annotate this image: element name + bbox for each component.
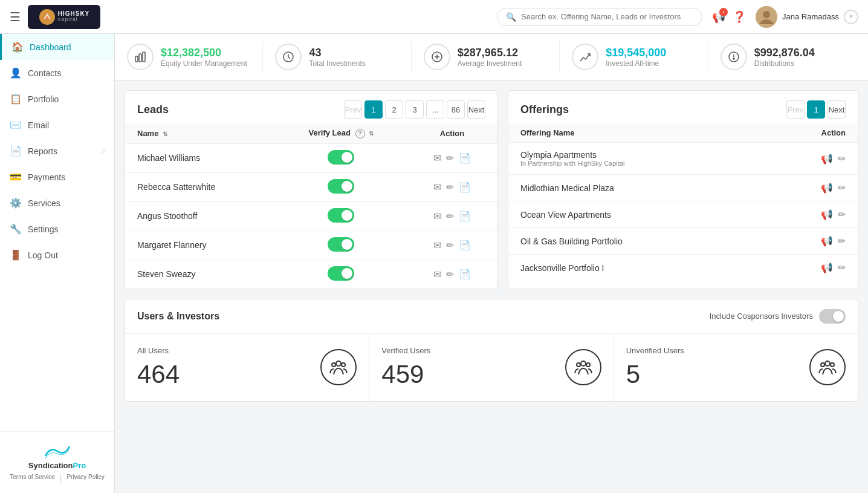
sidebar-label-reports: Reports [28, 146, 57, 156]
sidebar-label-email: Email [28, 120, 49, 130]
name-sort-icon[interactable]: ⇅ [163, 131, 167, 137]
stats-bar: $12,382,500 Equity Under Management 43 T… [115, 34, 868, 80]
logo[interactable]: HIGHSKY capital [28, 5, 100, 29]
sidebar-item-logout[interactable]: 🚪 Log Out [0, 242, 114, 268]
sidebar-item-contacts[interactable]: 👤 Contacts [0, 60, 114, 86]
edit-action-icon[interactable]: ✏ [446, 269, 454, 280]
stat-average-info: $287,965.12 Average Investment [458, 47, 522, 68]
offering-name-main: Olympia Apartments [520, 150, 749, 160]
offering-action: 📢 ✏ [761, 201, 858, 228]
user-status-icon: ▼ [844, 10, 858, 24]
user-area[interactable]: Jana Ramadass ▼ [756, 6, 858, 28]
services-icon: ⚙️ [10, 197, 22, 209]
edit-offering-icon[interactable]: ✏ [838, 209, 846, 220]
logo-area: HIGHSKY capital [28, 5, 100, 29]
leads-panel: Leads Prev 1 2 3 ... 86 Next [125, 90, 498, 289]
sidebar-label-settings: Settings [28, 224, 59, 234]
all-users-info: All Users 464 [137, 346, 180, 389]
edit-offering-icon[interactable]: ✏ [838, 235, 846, 247]
sidebar-item-payments[interactable]: 💳 Payments [0, 164, 114, 190]
lead-action: ✉ ✏ 📄 [407, 201, 497, 230]
leads-table-row: Michael Williams ✉ ✏ 📄 [125, 143, 497, 172]
offering-name: Oil & Gas Building Portfolio [508, 228, 761, 255]
unverified-users-card: Unverified Users 5 [614, 334, 858, 401]
offerings-page-1[interactable]: 1 [807, 100, 825, 119]
stat-average: $287,965.12 Average Investment [412, 41, 560, 73]
edit-action-icon[interactable]: ✏ [446, 211, 454, 222]
edit-offering-icon[interactable]: ✏ [838, 153, 846, 165]
edit-action-icon[interactable]: ✏ [446, 181, 454, 193]
help-icon[interactable]: ❓ [733, 10, 746, 24]
stat-equity-value: $12,382,500 [161, 47, 247, 59]
megaphone-action-icon[interactable]: 📢 [821, 235, 833, 247]
offerings-table-header: Offering Name Action [508, 123, 858, 143]
sidebar-item-services[interactable]: ⚙️ Services [0, 190, 114, 216]
megaphone-action-icon[interactable]: 📢 [821, 262, 833, 273]
sidebar-item-portfolio[interactable]: 📋 Portfolio [0, 86, 114, 112]
email-action-icon[interactable]: ✉ [433, 152, 441, 164]
edit-action-icon[interactable]: ✏ [446, 152, 454, 164]
svg-point-16 [825, 361, 830, 366]
edit-action-icon[interactable]: ✏ [446, 240, 454, 251]
megaphone-action-icon[interactable]: 📢 [821, 209, 833, 220]
stat-average-icon [424, 44, 450, 70]
email-action-icon[interactable]: ✉ [433, 181, 441, 193]
leads-page-86[interactable]: 86 [447, 100, 465, 119]
megaphone-action-icon[interactable]: 📢 [821, 182, 833, 194]
verify-toggle[interactable] [328, 179, 354, 194]
verified-users-info: Verified Users 459 [381, 346, 430, 389]
document-action-icon[interactable]: 📄 [459, 211, 471, 222]
megaphone-action-icon[interactable]: 📢 [821, 153, 833, 165]
sidebar-label-contacts: Contacts [28, 68, 61, 78]
verify-sort-icon[interactable]: ⇅ [369, 130, 374, 137]
leads-page-3[interactable]: 3 [406, 100, 424, 119]
syndication-text-block: Syndication Pro [28, 461, 86, 470]
offerings-title: Offerings [520, 103, 569, 116]
notification-icon[interactable]: 📢 • [712, 10, 725, 24]
offerings-prev-btn[interactable]: Prev [786, 100, 805, 119]
hamburger-menu[interactable]: ☰ [10, 10, 21, 24]
email-action-icon[interactable]: ✉ [433, 269, 441, 280]
verify-toggle[interactable] [328, 266, 354, 281]
cosponsors-toggle-switch[interactable] [819, 309, 846, 324]
search-input[interactable] [521, 12, 693, 21]
users-cards: All Users 464 [125, 334, 858, 401]
verify-toggle[interactable] [328, 208, 354, 223]
sidebar-item-email[interactable]: ✉️ Email [0, 112, 114, 138]
verify-toggle[interactable] [328, 237, 354, 252]
leads-table-row: Rebecca Satterwhite ✉ ✏ 📄 [125, 172, 497, 201]
leads-page-1[interactable]: 1 [364, 100, 383, 119]
document-action-icon[interactable]: 📄 [459, 269, 471, 280]
document-action-icon[interactable]: 📄 [459, 240, 471, 251]
verify-help-icon[interactable]: ? [355, 129, 365, 139]
verify-toggle[interactable] [328, 150, 354, 165]
terms-link[interactable]: Terms of Service [10, 474, 54, 483]
stat-distributions-value: $992,876.04 [754, 47, 815, 59]
email-action-icon[interactable]: ✉ [433, 240, 441, 251]
edit-offering-icon[interactable]: ✏ [838, 262, 846, 273]
sidebar-item-dashboard[interactable]: 🏠 Dashboard [0, 34, 114, 60]
edit-offering-icon[interactable]: ✏ [838, 182, 846, 194]
offerings-table-row: Jacksonville Portfolio I 📢 ✏ [508, 255, 858, 281]
leads-next-btn[interactable]: Next [467, 100, 485, 119]
syndication-icon [43, 442, 72, 461]
leads-prev-btn[interactable]: Prev [344, 100, 362, 119]
offering-name-main: Midlothian Medical Plaza [520, 183, 749, 193]
svg-point-13 [581, 361, 586, 366]
document-action-icon[interactable]: 📄 [459, 181, 471, 193]
offerings-next-btn[interactable]: Next [828, 100, 846, 119]
leads-page-2[interactable]: 2 [385, 100, 403, 119]
email-action-icon[interactable]: ✉ [433, 211, 441, 222]
sidebar-label-portfolio: Portfolio [28, 94, 59, 104]
offerings-header: Offerings Prev 1 Next [508, 91, 858, 123]
stat-investments: 43 Total Investments [263, 41, 411, 73]
document-action-icon[interactable]: 📄 [459, 152, 471, 164]
svg-point-11 [332, 363, 335, 367]
search-box[interactable]: 🔍 [497, 8, 702, 26]
offerings-table: Offering Name Action Olympia Apartments … [508, 123, 858, 281]
verified-users-label: Verified Users [381, 346, 430, 355]
sidebar-item-settings[interactable]: 🔧 Settings [0, 216, 114, 242]
privacy-link[interactable]: Privacy Policy [66, 474, 104, 483]
offering-name-main: Ocean View Apartments [520, 210, 749, 220]
sidebar-item-reports[interactable]: 📄 Reports ☞ [0, 138, 114, 164]
